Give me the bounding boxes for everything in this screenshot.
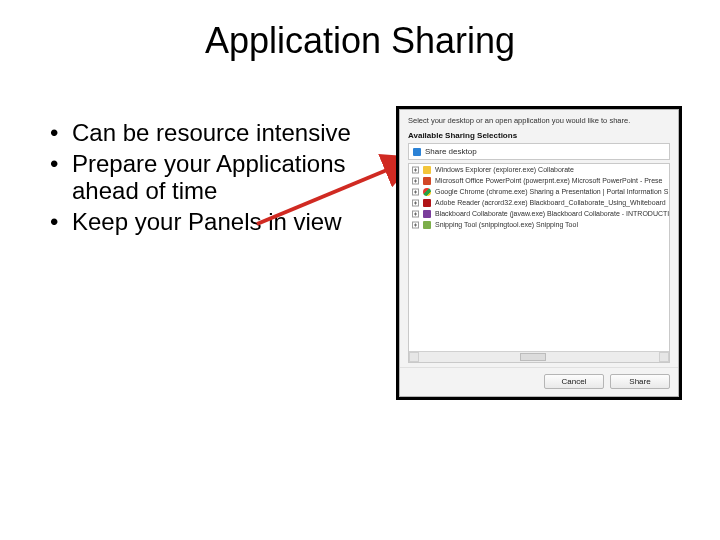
blackboard-icon bbox=[423, 210, 431, 218]
list-item-label: Snipping Tool (snippingtool.exe) Snippin… bbox=[435, 221, 578, 228]
list-item[interactable]: Windows Explorer (explorer.exe) Collabor… bbox=[409, 164, 669, 175]
list-item[interactable]: Adobe Reader (acrord32.exe) Blackboard_C… bbox=[409, 197, 669, 208]
dialog-instruction: Select your desktop or an open applicati… bbox=[400, 110, 678, 129]
desktop-icon bbox=[413, 148, 421, 156]
scroll-track[interactable] bbox=[419, 352, 659, 362]
scroll-right-arrow[interactable] bbox=[659, 352, 669, 362]
share-dialog: Select your desktop or an open applicati… bbox=[399, 109, 679, 397]
pdf-icon bbox=[423, 199, 431, 207]
dialog-screenshot: Select your desktop or an open applicati… bbox=[396, 106, 682, 400]
svg-line-1 bbox=[257, 160, 411, 224]
expand-icon[interactable] bbox=[412, 188, 419, 195]
cancel-button[interactable]: Cancel bbox=[544, 374, 604, 389]
scroll-left-arrow[interactable] bbox=[409, 352, 419, 362]
expand-icon[interactable] bbox=[412, 177, 419, 184]
slide: Application Sharing Can be resource inte… bbox=[0, 0, 720, 540]
scroll-thumb[interactable] bbox=[520, 353, 546, 361]
expand-icon[interactable] bbox=[412, 221, 419, 228]
expand-icon[interactable] bbox=[412, 166, 419, 173]
share-desktop-label: Share desktop bbox=[425, 147, 477, 156]
list-item-label: Blackboard Collaborate (javaw.exe) Black… bbox=[435, 210, 669, 217]
list-item-label: Adobe Reader (acrord32.exe) Blackboard_C… bbox=[435, 199, 666, 206]
expand-icon[interactable] bbox=[412, 210, 419, 217]
list-item[interactable]: Google Chrome (chrome.exe) Sharing a Pre… bbox=[409, 186, 669, 197]
slide-title: Application Sharing bbox=[0, 20, 720, 62]
explorer-icon bbox=[423, 166, 431, 174]
dialog-section-label: Available Sharing Selections bbox=[400, 129, 678, 143]
share-button[interactable]: Share bbox=[610, 374, 670, 389]
application-list[interactable]: Windows Explorer (explorer.exe) Collabor… bbox=[408, 163, 670, 363]
powerpoint-icon bbox=[423, 177, 431, 185]
list-item-label: Microsoft Office PowerPoint (powerpnt.ex… bbox=[435, 177, 662, 184]
expand-icon[interactable] bbox=[412, 199, 419, 206]
dialog-footer: Cancel Share bbox=[400, 367, 678, 396]
list-item[interactable]: Blackboard Collaborate (javaw.exe) Black… bbox=[409, 208, 669, 219]
list-item-label: Google Chrome (chrome.exe) Sharing a Pre… bbox=[435, 188, 668, 195]
share-desktop-option[interactable]: Share desktop bbox=[408, 143, 670, 160]
bullet-item: Can be resource intensive bbox=[50, 120, 370, 147]
list-item[interactable]: Microsoft Office PowerPoint (powerpnt.ex… bbox=[409, 175, 669, 186]
list-item[interactable]: Snipping Tool (snippingtool.exe) Snippin… bbox=[409, 219, 669, 230]
snipping-tool-icon bbox=[423, 221, 431, 229]
list-item-label: Windows Explorer (explorer.exe) Collabor… bbox=[435, 166, 574, 173]
horizontal-scrollbar[interactable] bbox=[409, 351, 669, 362]
chrome-icon bbox=[423, 188, 431, 196]
